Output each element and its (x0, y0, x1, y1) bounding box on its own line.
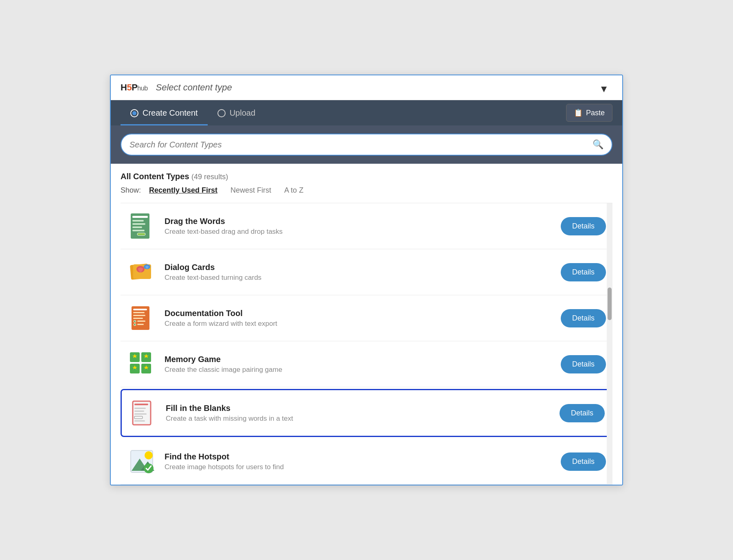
content-list: Drag the Words Create text-based drag an… (121, 203, 612, 485)
svg-rect-12 (133, 309, 147, 310)
svg-rect-31 (134, 404, 148, 405)
svg-rect-25 (141, 364, 151, 373)
find-hotspot-icon (127, 447, 156, 476)
svg-rect-21 (137, 324, 144, 325)
find-hotspot-desc: Create image hotspots for users to find (165, 463, 553, 471)
search-icon[interactable]: 🔍 (593, 139, 604, 150)
section-count: (49 results) (191, 173, 228, 181)
list-item[interactable]: Memory Game Create the classic image pai… (121, 341, 612, 387)
memory-game-info: Memory Game Create the classic image pai… (165, 355, 553, 374)
svg-rect-2 (132, 220, 144, 222)
svg-rect-23 (141, 352, 151, 362)
find-hotspot-details-button[interactable]: Details (561, 452, 606, 471)
svg-point-17 (134, 321, 136, 322)
tab-create-label: Create Content (143, 108, 198, 118)
dialog-cards-icon (127, 257, 156, 287)
list-item[interactable]: Documentation Tool Create a form wizard … (121, 295, 612, 341)
fill-in-blanks-title: Fill in the Blanks (166, 404, 551, 413)
filter-newest-first[interactable]: Newest First (227, 184, 274, 196)
drag-the-words-desc: Create text-based drag and drop tasks (165, 228, 553, 236)
svg-rect-5 (132, 230, 145, 231)
documentation-tool-info: Documentation Tool Create a form wizard … (165, 309, 553, 328)
drag-the-words-icon (127, 211, 156, 241)
paste-label: Paste (586, 109, 605, 117)
list-item[interactable]: Drag the Words Create text-based drag an… (121, 203, 612, 249)
tab-create-radio (130, 109, 138, 117)
paste-button[interactable]: 📋 Paste (566, 104, 612, 122)
dialog-cards-title: Dialog Cards (165, 263, 553, 272)
svg-rect-32 (134, 408, 146, 409)
modal-container: H5Phub Select content type ▾ Create Cont… (110, 75, 623, 485)
paste-icon: 📋 (574, 108, 583, 117)
search-wrapper: 🔍 (121, 134, 612, 156)
svg-rect-14 (133, 315, 145, 316)
svg-rect-15 (133, 318, 143, 319)
svg-rect-6 (137, 233, 145, 235)
top-bar: H5Phub Select content type ▾ (111, 75, 622, 100)
memory-game-icon (127, 349, 156, 379)
memory-game-title: Memory Game (165, 355, 553, 364)
scrollbar-track[interactable] (607, 203, 612, 485)
memory-game-details-button[interactable]: Details (561, 355, 606, 373)
filter-bar: Show: Recently Used First Newest First A… (121, 184, 612, 196)
logo-h5p: H5P (121, 82, 137, 92)
drag-the-words-details-button[interactable]: Details (561, 217, 606, 235)
tab-create-content[interactable]: Create Content (121, 100, 208, 125)
find-hotspot-info: Find the Hotspot Create image hotspots f… (165, 452, 553, 471)
svg-rect-33 (134, 411, 144, 412)
svg-rect-24 (130, 364, 140, 373)
fill-in-blanks-details-button[interactable]: Details (560, 404, 605, 422)
fill-in-blanks-icon (128, 398, 158, 428)
logo-hub: hub (137, 85, 147, 92)
section-title: All Content Types (49 results) (121, 172, 612, 181)
chevron-down-icon[interactable]: ▾ (601, 82, 612, 93)
documentation-tool-desc: Create a form wizard with text export (165, 320, 553, 328)
filter-a-to-z[interactable]: A to Z (281, 184, 307, 196)
svg-rect-22 (130, 352, 140, 362)
filter-label: Show: (121, 186, 141, 195)
documentation-tool-details-button[interactable]: Details (561, 309, 606, 327)
logo: H5Phub (121, 82, 148, 93)
svg-rect-13 (133, 312, 145, 313)
memory-game-desc: Create the classic image pairing game (165, 366, 553, 374)
fill-in-blanks-info: Fill in the Blanks Create a task with mi… (166, 404, 551, 423)
modal-title: Select content type (156, 82, 232, 93)
dialog-cards-info: Dialog Cards Create text-based turning c… (165, 263, 553, 282)
tab-bar: Create Content Upload 📋 Paste (111, 100, 622, 125)
tab-upload-radio (217, 109, 226, 117)
fill-in-blanks-desc: Create a task with missing words in a te… (166, 415, 551, 423)
list-item[interactable]: Find the Hotspot Create image hotspots f… (121, 439, 612, 485)
svg-rect-1 (132, 216, 148, 218)
filter-recently-used[interactable]: Recently Used First (146, 184, 221, 196)
dialog-cards-desc: Create text-based turning cards (165, 274, 553, 282)
svg-point-40 (145, 451, 153, 459)
drag-the-words-title: Drag the Words (165, 217, 553, 226)
list-item-selected[interactable]: Fill in the Blanks Create a task with mi… (121, 389, 612, 437)
find-hotspot-title: Find the Hotspot (165, 452, 553, 461)
logo-area: H5Phub Select content type (121, 82, 232, 93)
search-area: 🔍 (111, 125, 622, 164)
section-title-text: All Content Types (121, 172, 189, 181)
dialog-cards-details-button[interactable]: Details (561, 263, 606, 281)
svg-rect-36 (134, 420, 145, 422)
svg-rect-34 (134, 413, 147, 415)
scrollbar-thumb[interactable] (608, 288, 612, 320)
drag-the-words-info: Drag the Words Create text-based drag an… (165, 217, 553, 236)
tab-upload-label: Upload (230, 108, 255, 118)
tab-upload[interactable]: Upload (208, 100, 265, 125)
svg-rect-3 (132, 223, 145, 225)
svg-rect-4 (132, 226, 142, 228)
documentation-tool-icon (127, 303, 156, 333)
tabs: Create Content Upload (121, 100, 265, 125)
list-item[interactable]: Dialog Cards Create text-based turning c… (121, 249, 612, 295)
content-area: All Content Types (49 results) Show: Rec… (111, 164, 622, 485)
documentation-tool-title: Documentation Tool (165, 309, 553, 318)
svg-point-20 (134, 324, 136, 325)
search-input[interactable] (129, 140, 588, 149)
svg-rect-18 (137, 321, 145, 322)
